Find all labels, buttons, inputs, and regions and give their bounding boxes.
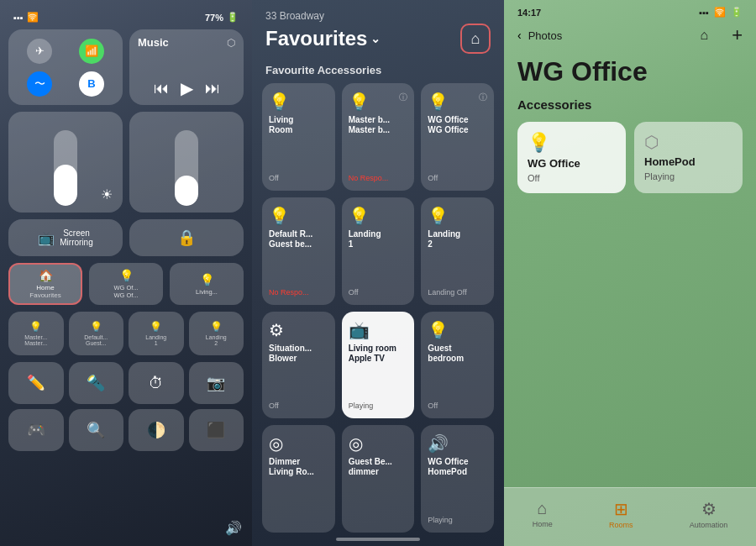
master-tile[interactable]: 💡 Master...Master...: [8, 312, 64, 355]
lock-icon: 🔒: [177, 228, 196, 247]
landing1-label: Landing1: [145, 334, 166, 346]
p3-navigation[interactable]: ‹ Photos ⌂ +: [504, 21, 756, 50]
dimmer-icon-2: ◎: [349, 433, 408, 454]
brightness-tile[interactable]: ☀: [8, 112, 123, 213]
automation-tab-icon: ⚙: [701, 499, 717, 519]
bulb-5: 💡: [150, 321, 162, 333]
bluetooth-toggle[interactable]: B: [67, 69, 116, 98]
landing2-fav-tile[interactable]: 💡 Landing2 Landing Off: [421, 197, 494, 305]
wg-homepod-tile[interactable]: 🔊 WG OfficeHomePod Playing: [421, 425, 494, 533]
bulb-icon-1: 💡: [119, 269, 134, 282]
wg-office-panel: 14:17 ▪▪▪ 🛜 🔋 ‹ Photos ⌂ + WG Office Acc…: [504, 0, 756, 546]
info-icon-2: ⓘ: [479, 92, 487, 103]
home-favourites-panel: 33 Broadway Favourites ⌄ ⌂ Favourite Acc…: [252, 0, 504, 546]
automation-tab-label: Automation: [690, 521, 728, 529]
homepod-acc-name: HomePod: [644, 155, 732, 168]
invert-tile[interactable]: 🌓: [129, 409, 184, 451]
home-header: 33 Broadway Favourites ⌄ ⌂: [252, 0, 504, 60]
home-icon: 🏠: [39, 269, 53, 282]
p3-home-nav-icon[interactable]: ⌂: [700, 28, 708, 43]
network-tile[interactable]: ✈ 📶 〜 B: [8, 29, 123, 105]
prev-icon[interactable]: ⏮: [154, 80, 169, 97]
status-left: ▪▪▪ 🛜: [13, 12, 39, 23]
music-tile[interactable]: Music ⬡ ⏮ ▶ ⏭: [129, 29, 244, 105]
bulb-icon: 💡: [428, 92, 449, 112]
orientation-lock-tile[interactable]: 🔒: [129, 219, 244, 256]
bulb-icon: 💡: [349, 206, 408, 226]
home-app-icon-button[interactable]: ⌂: [460, 24, 491, 54]
blower-tile[interactable]: ⚙ Situation...Blower Off: [262, 312, 335, 419]
bulb-3: 💡: [29, 321, 42, 333]
living-room-tile[interactable]: 💡 LivingRoom Off: [262, 83, 335, 191]
brightness-slider[interactable]: [54, 130, 77, 206]
home-tab-label: Home: [533, 520, 553, 528]
screen-mirroring-tile[interactable]: 📺 ScreenMirroring: [8, 219, 123, 256]
cellular-toggle[interactable]: 📶: [67, 36, 116, 66]
qr-tile[interactable]: ⬛: [189, 409, 244, 451]
bulb-icon-2: 💡: [200, 273, 214, 286]
rooms-tab-icon: ⊞: [614, 499, 628, 519]
homepod-acc-icon: ⬡: [644, 132, 732, 152]
bulb-icon: 💡: [349, 92, 370, 112]
signal-icon: ▪▪▪: [13, 13, 24, 23]
guest-dimmer-tile[interactable]: ◎ Guest Be...dimmer: [342, 425, 415, 533]
camera-tile[interactable]: 📷: [189, 362, 244, 404]
wgoffice-tile[interactable]: 💡 WG Of...WG Of...: [89, 263, 163, 305]
wg-office-acc-status: Off: [528, 173, 616, 183]
p3-back-label[interactable]: Photos: [528, 29, 562, 42]
timer-tile[interactable]: ⏱: [129, 362, 184, 404]
bulb-acc-icon: 💡: [528, 132, 616, 154]
default-label: Default...Guest...: [84, 334, 108, 346]
zoom-tile[interactable]: 🔍: [69, 409, 124, 451]
default-guest-tile[interactable]: 💡 Default R...Guest be... No Respo...: [262, 197, 335, 305]
music-controls[interactable]: ⏮ ▶ ⏭: [138, 78, 235, 98]
guest-bedroom-tile[interactable]: 💡 Guestbedroom Off: [421, 312, 494, 419]
wg-office-light-tile[interactable]: 💡 WG Office Off: [517, 122, 626, 193]
volume-tile[interactable]: 🔊: [129, 112, 244, 213]
home-title[interactable]: Favourites ⌄: [265, 27, 381, 50]
home-tab[interactable]: ⌂ Home: [533, 499, 553, 528]
landing1-fav-tile[interactable]: 💡 Landing1 Off: [342, 197, 415, 305]
wgoffice-label: WG Of...WG Of...: [113, 284, 138, 299]
screen-mirror-label: ScreenMirroring: [60, 228, 92, 247]
next-icon[interactable]: ⏭: [205, 80, 220, 97]
accessories-section-label: Accessories: [517, 97, 743, 112]
landing1-tile[interactable]: 💡 Landing1: [129, 312, 184, 355]
living-tile[interactable]: 💡 Living...: [170, 263, 244, 305]
p3-signal-icon: ▪▪▪: [699, 8, 709, 18]
landing2-tile[interactable]: 💡 Landing2: [189, 312, 244, 355]
wg-office-fav-tile[interactable]: 💡 ⓘ WG OfficeWG Office Off: [421, 83, 494, 191]
screen-mirror-icon: 📺: [38, 230, 55, 246]
p3-back-chevron: ‹: [517, 29, 522, 42]
speaker-icon: 🔊: [428, 433, 487, 454]
wifi-toggle[interactable]: 〜: [15, 69, 64, 98]
airplane-toggle[interactable]: ✈: [15, 36, 64, 66]
dimmer-tile[interactable]: ◎ DimmerLiving Ro...: [262, 425, 335, 533]
bulb-6: 💡: [210, 321, 223, 333]
master-label: Master...Master...: [24, 334, 47, 346]
rooms-tab[interactable]: ⊞ Rooms: [609, 499, 633, 529]
p3-add-button[interactable]: +: [732, 24, 743, 46]
homepod-tile[interactable]: ⬡ HomePod Playing: [634, 122, 743, 193]
wg-office-acc-name: WG Office: [528, 157, 616, 170]
default-tile[interactable]: 💡 Default...Guest...: [69, 312, 124, 355]
p3-wifi-icon: 🛜: [714, 7, 726, 18]
favourites-grid: 💡 LivingRoom Off 💡 ⓘ Master b...Master b…: [252, 83, 504, 533]
torch-tile[interactable]: 🔦: [69, 362, 124, 404]
automation-tab[interactable]: ⚙ Automation: [690, 499, 728, 529]
landing2-label: Landing2: [206, 334, 227, 346]
play-icon[interactable]: ▶: [181, 78, 193, 98]
home-tile[interactable]: 🏠 HomeFavourites: [8, 263, 82, 305]
volume-slider[interactable]: [175, 130, 198, 206]
wifi-icon: 🛜: [27, 12, 39, 23]
chevron-down-icon: ⌄: [370, 32, 381, 45]
remote-tile[interactable]: 🎮: [8, 409, 64, 451]
homepod-acc-status: Playing: [644, 171, 732, 181]
edit-tile[interactable]: ✏️: [8, 362, 64, 404]
airplay-icon[interactable]: ⬡: [227, 37, 235, 49]
home-indicator: [252, 533, 504, 546]
master-bedroom-tile[interactable]: 💡 ⓘ Master b...Master b... No Respo...: [342, 83, 415, 191]
apple-tv-tile[interactable]: 📺 Living roomApple TV Playing: [342, 312, 415, 419]
rooms-tab-label: Rooms: [609, 521, 633, 529]
gear-icon: ⚙: [269, 320, 328, 340]
